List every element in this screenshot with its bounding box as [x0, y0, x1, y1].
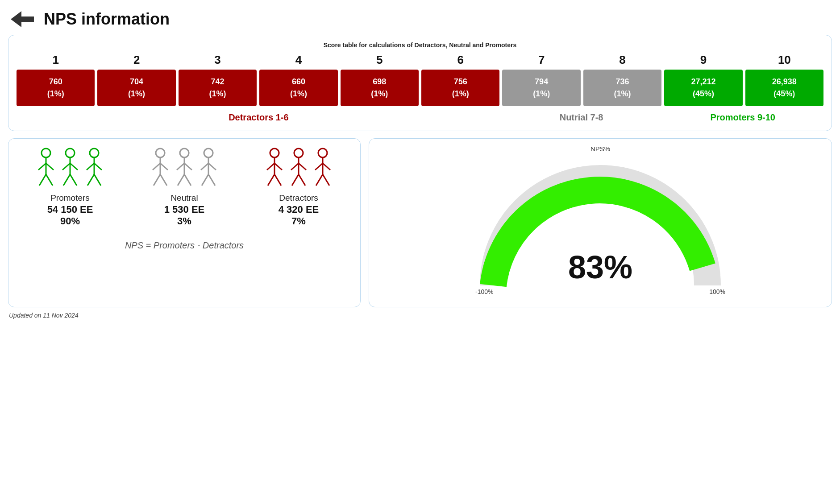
svg-line-39	[267, 163, 274, 170]
svg-line-47	[292, 174, 299, 186]
score-labels: Detractors 1-6 Nutrial 7-8 Promoters 9-1…	[17, 112, 823, 123]
svg-line-42	[274, 174, 281, 186]
neutral-icon-1	[149, 148, 171, 188]
score-number-1: 1	[52, 53, 58, 67]
promoters-label-text: Promoters	[50, 193, 90, 203]
svg-point-49	[318, 149, 327, 157]
promoters-group: Promoters 54 150 EE 90%	[13, 148, 127, 227]
score-table-card: Score table for calculations of Detracto…	[8, 35, 832, 131]
svg-line-41	[268, 174, 274, 186]
svg-marker-0	[11, 11, 34, 27]
updated-text: Updated on 11 Nov 2024	[9, 312, 79, 319]
score-box-6: 756(1%)	[421, 70, 499, 106]
svg-line-28	[184, 163, 192, 170]
neutral-icon-3	[197, 148, 220, 188]
score-col-7: 7 794(1%)	[502, 53, 580, 106]
svg-line-15	[87, 163, 94, 170]
score-columns: 1 760(1%) 2 704(1%) 3 742(1%) 4 660(1%) …	[17, 53, 823, 106]
svg-line-9	[62, 163, 70, 170]
score-col-5: 5 698(1%)	[341, 53, 419, 106]
svg-line-22	[160, 163, 168, 170]
detractors-icons	[263, 148, 334, 188]
svg-line-46	[299, 163, 306, 170]
gauge-card: NPS% 83% -100% 100%	[369, 138, 832, 307]
neutral-icon-2	[173, 148, 195, 188]
promoters-pct: 90%	[60, 215, 80, 227]
svg-line-40	[274, 163, 282, 170]
neutral-label: Nutrial 7-8	[501, 112, 662, 123]
score-box-3: 742(1%)	[179, 70, 257, 106]
score-box-8: 736(1%)	[583, 70, 661, 106]
detractor-icon-2	[287, 148, 310, 188]
svg-line-52	[323, 163, 330, 170]
svg-line-16	[94, 163, 102, 170]
page-title: NPS information	[44, 10, 170, 29]
score-col-2: 2 704(1%)	[97, 53, 175, 106]
svg-line-24	[160, 174, 167, 186]
svg-line-45	[291, 163, 299, 170]
people-row: Promoters 54 150 EE 90%	[13, 148, 356, 227]
svg-line-5	[39, 174, 46, 186]
svg-point-19	[156, 149, 165, 157]
svg-line-23	[154, 174, 160, 186]
svg-point-25	[180, 149, 189, 157]
score-box-5: 698(1%)	[341, 70, 419, 106]
score-col-4: 4 660(1%)	[259, 53, 337, 106]
score-box-9: 27,212(45%)	[664, 70, 742, 106]
svg-line-27	[177, 163, 184, 170]
svg-line-17	[87, 174, 94, 186]
score-box-7: 794(1%)	[502, 70, 580, 106]
svg-line-12	[70, 174, 77, 186]
promoter-icon-1	[35, 148, 57, 188]
score-table-title: Score table for calculations of Detracto…	[17, 41, 823, 49]
score-box-4: 660(1%)	[259, 70, 337, 106]
neutral-pct: 3%	[177, 215, 191, 227]
promoter-icon-3	[83, 148, 105, 188]
score-number-9: 9	[700, 53, 707, 67]
promoters-icons	[35, 148, 105, 188]
svg-line-51	[315, 163, 323, 170]
back-icon[interactable]	[9, 8, 36, 30]
svg-point-31	[204, 149, 213, 157]
svg-point-7	[66, 149, 75, 157]
gauge-container: 83% -100% 100%	[471, 156, 730, 299]
svg-line-33	[201, 163, 208, 170]
promoters-label: Promoters 9-10	[662, 112, 823, 123]
svg-line-48	[299, 174, 305, 186]
footer: Updated on 11 Nov 2024	[0, 307, 840, 319]
svg-line-18	[94, 174, 101, 186]
score-number-7: 7	[538, 53, 545, 67]
detractors-label-text: Detractors	[279, 193, 318, 203]
people-card: Promoters 54 150 EE 90%	[8, 138, 361, 307]
svg-line-54	[323, 174, 329, 186]
score-col-8: 8 736(1%)	[583, 53, 661, 106]
score-box-1: 760(1%)	[17, 70, 95, 106]
detractors-group: Detractors 4 320 EE 7%	[241, 148, 356, 227]
promoters-value: 54 150 EE	[47, 204, 93, 215]
gauge-title: NPS%	[590, 145, 610, 153]
gauge-value: 83%	[568, 249, 632, 285]
score-box-10: 26,938(45%)	[745, 70, 823, 106]
svg-line-3	[38, 163, 46, 170]
score-col-10: 10 26,938(45%)	[745, 53, 823, 106]
gauge-label-left: -100%	[475, 288, 493, 295]
neutral-value: 1 530 EE	[164, 204, 205, 215]
svg-line-35	[202, 174, 208, 186]
score-number-10: 10	[778, 53, 791, 67]
neutral-label-text: Neutral	[170, 193, 198, 203]
score-number-8: 8	[619, 53, 625, 67]
detractors-pct: 7%	[291, 215, 306, 227]
score-col-9: 9 27,212(45%)	[664, 53, 742, 106]
neutral-group: Neutral 1 530 EE 3%	[127, 148, 241, 227]
score-number-6: 6	[457, 53, 464, 67]
svg-line-53	[316, 174, 323, 186]
svg-line-10	[70, 163, 78, 170]
svg-line-6	[46, 174, 53, 186]
detractors-label: Detractors 1-6	[17, 112, 501, 123]
svg-line-21	[153, 163, 160, 170]
bottom-section: Promoters 54 150 EE 90%	[8, 138, 832, 307]
svg-line-11	[63, 174, 70, 186]
svg-point-1	[42, 149, 50, 157]
header: NPS information	[0, 0, 840, 35]
score-number-3: 3	[214, 53, 220, 67]
